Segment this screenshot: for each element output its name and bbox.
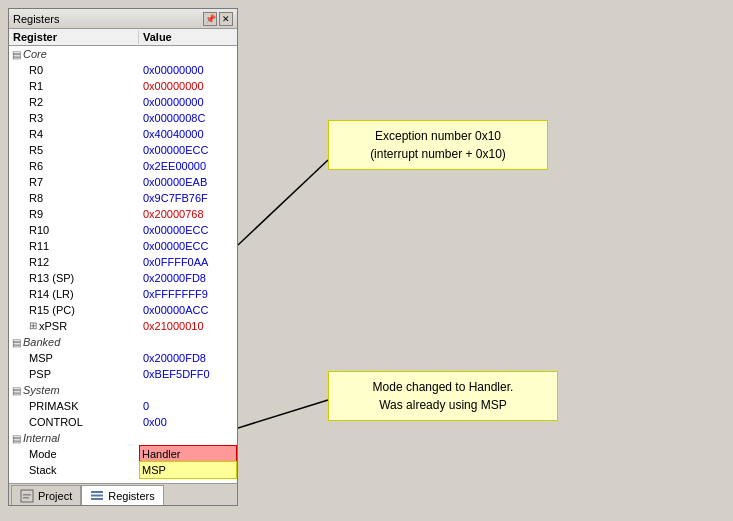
- table-row[interactable]: R13 (SP) 0x20000FD8: [9, 270, 237, 286]
- tabs-bar: Project Registers: [9, 483, 237, 505]
- reg-name-r11: R11: [9, 238, 139, 254]
- svg-rect-2: [23, 497, 29, 499]
- table-row[interactable]: R2 0x00000000: [9, 94, 237, 110]
- reg-name-r2: R2: [9, 94, 139, 110]
- reg-name-r9: R9: [9, 206, 139, 222]
- reg-value-stack: MSP: [139, 461, 237, 479]
- reg-value-r13: 0x20000FD8: [139, 270, 237, 286]
- reg-name-msp: MSP: [9, 350, 139, 366]
- table-row[interactable]: MSP 0x20000FD8: [9, 350, 237, 366]
- reg-value-r2: 0x00000000: [139, 94, 237, 110]
- table-row[interactable]: R4 0x40040000: [9, 126, 237, 142]
- tab-registers-label: Registers: [108, 490, 154, 502]
- reg-name-r14: R14 (LR): [9, 286, 139, 302]
- reg-name-r15: R15 (PC): [9, 302, 139, 318]
- xpsr-expand-icon[interactable]: ⊞: [29, 318, 37, 334]
- callout2-line1: Mode changed to Handler.: [339, 378, 547, 396]
- reg-value-r0: 0x00000000: [139, 62, 237, 78]
- project-icon: [20, 489, 34, 503]
- reg-name-r5: R5: [9, 142, 139, 158]
- system-section-header[interactable]: ▤ System: [9, 382, 237, 398]
- reg-value-r4: 0x40040000: [139, 126, 237, 142]
- svg-rect-4: [91, 494, 103, 496]
- reg-value-r14: 0xFFFFFFF9: [139, 286, 237, 302]
- reg-name-r4: R4: [9, 126, 139, 142]
- reg-name-mode: Mode: [9, 446, 139, 462]
- table-row[interactable]: R9 0x20000768: [9, 206, 237, 222]
- window-title: Registers: [13, 13, 59, 25]
- svg-rect-0: [21, 490, 33, 502]
- table-row[interactable]: R1 0x00000000: [9, 78, 237, 94]
- reg-value-msp: 0x20000FD8: [139, 350, 237, 366]
- reg-value-r6: 0x2EE00000: [139, 158, 237, 174]
- pin-button[interactable]: 📌: [203, 12, 217, 26]
- reg-value-r15: 0x00000ACC: [139, 302, 237, 318]
- svg-rect-3: [91, 491, 103, 493]
- table-row[interactable]: R7 0x00000EAB: [9, 174, 237, 190]
- table-row[interactable]: R0 0x00000000: [9, 62, 237, 78]
- tab-project[interactable]: Project: [11, 485, 81, 505]
- reg-name-r3: R3: [9, 110, 139, 126]
- reg-name-r1: R1: [9, 78, 139, 94]
- reg-name-r8: R8: [9, 190, 139, 206]
- reg-value-r5: 0x00000ECC: [139, 142, 237, 158]
- svg-line-6: [238, 160, 328, 245]
- table-row[interactable]: PSP 0xBEF5DFF0: [9, 366, 237, 382]
- table-row[interactable]: R10 0x00000ECC: [9, 222, 237, 238]
- table-row[interactable]: R8 0x9C7FB76F: [9, 190, 237, 206]
- reg-name-r10: R10: [9, 222, 139, 238]
- banked-expand-icon[interactable]: ▤: [9, 335, 23, 349]
- table-row[interactable]: R15 (PC) 0x00000ACC: [9, 302, 237, 318]
- table-row[interactable]: R3 0x0000008C: [9, 110, 237, 126]
- tab-project-label: Project: [38, 490, 72, 502]
- table-row[interactable]: R11 0x00000ECC: [9, 238, 237, 254]
- reg-value-r10: 0x00000ECC: [139, 222, 237, 238]
- registers-panel: Registers 📌 ✕ Register Value ▤ Core R0 0…: [8, 8, 238, 506]
- table-row[interactable]: R14 (LR) 0xFFFFFFF9: [9, 286, 237, 302]
- column-headers: Register Value: [9, 29, 237, 46]
- internal-section-header[interactable]: ▤ Internal: [9, 430, 237, 446]
- reg-name-control: CONTROL: [9, 414, 139, 430]
- register-list[interactable]: ▤ Core R0 0x00000000 R1 0x00000000 R2 0x…: [9, 46, 237, 483]
- banked-section-label: Banked: [23, 336, 60, 348]
- core-section-header[interactable]: ▤ Core: [9, 46, 237, 62]
- reg-name-r12: R12: [9, 254, 139, 270]
- table-row[interactable]: ⊞xPSR 0x21000010: [9, 318, 237, 334]
- callout2-line2: Was already using MSP: [339, 396, 547, 414]
- register-col-header: Register: [9, 30, 139, 44]
- registers-icon: [90, 489, 104, 503]
- banked-section-header[interactable]: ▤ Banked: [9, 334, 237, 350]
- table-row[interactable]: R6 0x2EE00000: [9, 158, 237, 174]
- title-bar: Registers 📌 ✕: [9, 9, 237, 29]
- core-expand-icon[interactable]: ▤: [9, 47, 23, 61]
- reg-name-primask: PRIMASK: [9, 398, 139, 414]
- callout1-line2: (interrupt number + 0x10): [339, 145, 537, 163]
- callout1-line1: Exception number 0x10: [339, 127, 537, 145]
- reg-value-r9: 0x20000768: [139, 206, 237, 222]
- table-row[interactable]: CONTROL 0x00: [9, 414, 237, 430]
- core-section-label: Core: [23, 48, 47, 60]
- system-section-label: System: [23, 384, 60, 396]
- callout-exception: Exception number 0x10 (interrupt number …: [328, 120, 548, 170]
- table-row[interactable]: Stack MSP: [9, 462, 237, 478]
- internal-section-label: Internal: [23, 432, 60, 444]
- svg-line-7: [238, 400, 328, 428]
- title-bar-icons: 📌 ✕: [203, 12, 233, 26]
- reg-value-psp: 0xBEF5DFF0: [139, 366, 237, 382]
- svg-rect-1: [23, 494, 31, 496]
- reg-value-r11: 0x00000ECC: [139, 238, 237, 254]
- system-expand-icon[interactable]: ▤: [9, 383, 23, 397]
- svg-rect-5: [91, 498, 103, 500]
- reg-value-control: 0x00: [139, 414, 237, 430]
- reg-name-psp: PSP: [9, 366, 139, 382]
- table-row[interactable]: R5 0x00000ECC: [9, 142, 237, 158]
- close-button[interactable]: ✕: [219, 12, 233, 26]
- reg-value-r12: 0x0FFFF0AA: [139, 254, 237, 270]
- table-row[interactable]: R12 0x0FFFF0AA: [9, 254, 237, 270]
- table-row[interactable]: Mode Handler: [9, 446, 237, 462]
- tab-registers[interactable]: Registers: [81, 485, 163, 505]
- annotation-lines: [238, 0, 733, 521]
- value-col-header: Value: [139, 30, 237, 44]
- table-row[interactable]: PRIMASK 0: [9, 398, 237, 414]
- internal-expand-icon[interactable]: ▤: [9, 431, 23, 445]
